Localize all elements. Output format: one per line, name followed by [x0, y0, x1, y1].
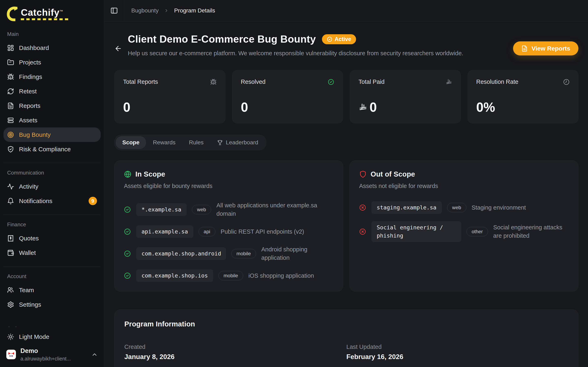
sidebar-toggle-button[interactable]	[104, 0, 124, 21]
file-text-icon	[521, 45, 528, 52]
sidebar-item-label: Team	[19, 287, 34, 294]
sidebar-item-wallet[interactable]: Wallet	[3, 245, 101, 260]
sidebar-item-team[interactable]: Team	[3, 283, 101, 297]
stat-label: Total Reports	[123, 78, 158, 85]
file-text-icon	[7, 102, 14, 109]
tab-scope[interactable]: Scope	[116, 136, 146, 149]
bug-icon	[210, 79, 217, 85]
stat-value-total-paid: 0	[359, 101, 452, 114]
sidebar-item-dashboard[interactable]: Dashboard	[3, 41, 101, 55]
sidebar-item-label: Wallet	[19, 249, 36, 256]
status-badge: Active	[322, 34, 356, 44]
scope-target: com.example.shop.ios	[136, 269, 213, 282]
view-reports-button[interactable]: View Reports	[513, 42, 579, 55]
scope-type-badge: api	[199, 227, 215, 236]
sidebar-item-projects[interactable]: Projects	[3, 55, 101, 69]
trophy-icon	[217, 140, 223, 146]
scope-target: com.example.shop.android	[136, 247, 226, 260]
sidebar-item-label: Notifications	[19, 198, 52, 205]
sidebar-item-settings[interactable]: Settings	[3, 297, 101, 312]
sidebar-item-assets[interactable]: Assets	[3, 113, 101, 127]
saudi-riyal-icon	[445, 79, 452, 85]
refresh-icon	[7, 88, 14, 95]
sidebar-item-reports[interactable]: Reports	[3, 99, 101, 113]
field-label: Last Updated	[346, 343, 569, 350]
activity-icon	[7, 183, 14, 190]
back-button[interactable]	[114, 45, 123, 54]
divider	[3, 267, 101, 267]
sidebar-item-activity[interactable]: Activity	[3, 179, 101, 194]
check-circle-icon	[124, 206, 131, 213]
light-mode-toggle[interactable]: Light Mode	[3, 329, 101, 344]
check-circle-icon	[124, 228, 131, 235]
circle-x-icon	[359, 204, 366, 211]
field-value: January 8, 2026	[124, 353, 346, 361]
scope-type-badge: web	[192, 205, 211, 214]
sidebar-item-label: Bug Bounty	[19, 131, 51, 138]
sidebar-item-risk-compliance[interactable]: Risk & Compliance	[3, 142, 101, 156]
sidebar-item-notifications[interactable]: Notifications 9	[3, 194, 101, 208]
sidebar-item-label: Findings	[19, 73, 42, 80]
footer-dots: · ·	[8, 324, 101, 328]
trademark: ™	[60, 9, 63, 13]
sidebar-nav: Main Dashboard Projects Findings Retest …	[0, 31, 104, 324]
sidebar-item-bug-bounty[interactable]: Bug Bounty	[3, 127, 101, 142]
scope-description: Android shopping application	[261, 245, 334, 262]
stat-label: Resolution Rate	[476, 78, 518, 85]
section-label-communication: Communication	[7, 170, 101, 176]
scope-description: iOS shopping application	[249, 272, 334, 280]
check-circle-icon	[327, 36, 332, 42]
server-icon	[7, 117, 14, 124]
folder-icon	[7, 59, 14, 66]
arrow-left-icon	[114, 45, 122, 52]
check-circle-icon	[124, 250, 131, 257]
avatar: SAB	[6, 350, 16, 359]
breadcrumb: Bugbounty Program Details	[124, 7, 215, 14]
section-label-finance: Finance	[7, 221, 101, 228]
stat-card-total-paid: Total Paid 0	[350, 70, 461, 123]
user-menu[interactable]: SAB Demo a.alruwaybikh+client...	[3, 344, 101, 362]
avatar-caption: SAB	[9, 355, 13, 357]
scope-type-badge: mobile	[231, 249, 256, 258]
gear-icon	[7, 301, 14, 308]
shield-icon	[359, 170, 367, 178]
scope-item: staging.example.sa web Staging environme…	[359, 201, 569, 214]
hook-logo-icon	[6, 6, 19, 22]
notifications-badge: 9	[89, 197, 97, 205]
sidebar-item-quotes[interactable]: Quotes	[3, 231, 101, 245]
scope-target: Social engineering / phishing	[371, 221, 461, 242]
dashboard-icon	[7, 44, 14, 51]
chevron-up-icon[interactable]	[91, 351, 98, 358]
section-label-main: Main	[7, 31, 101, 37]
panel-left-icon	[110, 7, 118, 15]
main-area: Bugbounty Program Details Client Demo E-…	[104, 0, 588, 367]
scope-description: Social engineering attacks are prohibite…	[493, 223, 569, 240]
tab-leaderboard[interactable]: Leaderboard	[211, 136, 265, 149]
sidebar-item-findings[interactable]: Findings	[3, 69, 101, 84]
sidebar-footer: · · Light Mode SAB Demo a.alruwaybikh+cl…	[0, 324, 104, 367]
sidebar-item-label: Projects	[19, 59, 41, 66]
sidebar-item-label: Activity	[19, 183, 38, 190]
topbar: Bugbounty Program Details	[104, 0, 588, 21]
breadcrumb-bugbounty[interactable]: Bugbounty	[131, 7, 159, 14]
tab-rules[interactable]: Rules	[183, 136, 210, 149]
tab-rewards[interactable]: Rewards	[147, 136, 182, 149]
sidebar-item-retest[interactable]: Retest	[3, 84, 101, 99]
scope-item: api.example.sa api Public REST API endpo…	[124, 225, 334, 238]
field-created: Created January 8, 2026	[124, 343, 346, 361]
scope-target: api.example.sa	[136, 225, 193, 238]
chevron-right-icon	[164, 8, 169, 13]
stat-card-resolved: Resolved 0	[232, 70, 343, 123]
sun-icon	[7, 333, 14, 340]
sidebar-item-label: Retest	[19, 88, 37, 95]
scope-item: Social engineering / phishing other Soci…	[359, 221, 569, 242]
saudi-riyal-icon	[359, 102, 367, 112]
globe-icon	[124, 170, 131, 178]
in-scope-subtitle: Assets eligible for bounty rewards	[124, 183, 334, 189]
in-scope-title: In Scope	[135, 170, 165, 178]
scope-description: Public REST API endpoints (v2)	[221, 227, 334, 236]
sidebar: Catchify™ Main Dashboard Projects Findin…	[0, 0, 104, 367]
breadcrumb-current: Program Details	[174, 7, 215, 14]
field-label: Created	[124, 343, 346, 350]
out-of-scope-title: Out of Scope	[371, 170, 415, 178]
